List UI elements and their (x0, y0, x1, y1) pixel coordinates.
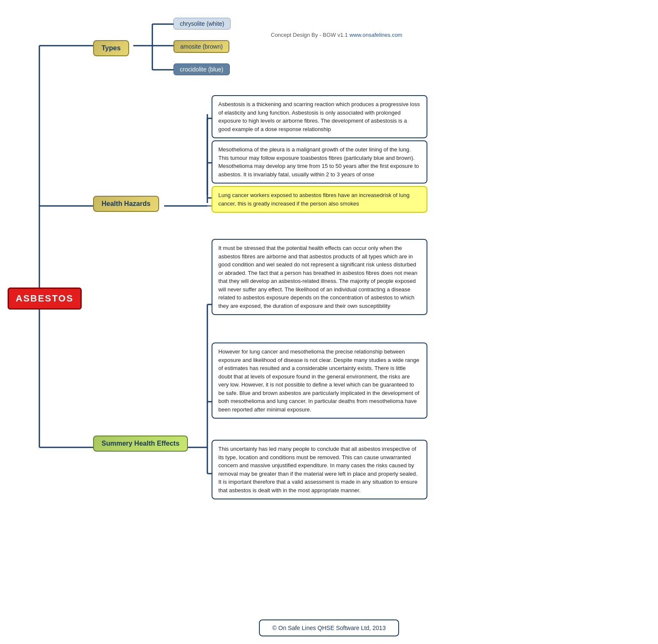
credit-text: Concept Design By - BGW v1.1 www.onsafel… (271, 32, 402, 38)
health-hazard-box-1: Asbestosis is a thickening and scarring … (212, 95, 427, 138)
summery-health-effects-node: Summery Health Effects (93, 436, 188, 452)
health-hazards-node: Health Hazards (93, 196, 159, 212)
summery-effect-box-1: It must be stressed that the potential h… (212, 239, 427, 315)
health-hazard-box-2: Mesothelioma of the pleura is a malignan… (212, 140, 427, 184)
summery-effect-box-2: However for lung cancer and mesothelioma… (212, 343, 427, 419)
types-node: Types (93, 40, 129, 56)
credit-link[interactable]: www.onsafelines.com (350, 32, 402, 38)
asbestos-central-node: ASBESTOS (8, 288, 82, 310)
svg-line-11 (164, 114, 207, 206)
main-container: Concept Design By - BGW v1.1 www.onsafel… (0, 0, 658, 644)
type-amosite: amosite (brown) (173, 40, 229, 53)
type-crocidolite: crocidolite (blue) (173, 63, 230, 75)
footer: © On Safe Lines QHSE Software Ltd, 2013 (259, 619, 399, 636)
type-chrysolite: chrysolite (white) (173, 18, 231, 30)
health-hazard-box-3: Lung cancer workers exposed to asbestos … (212, 186, 427, 213)
summery-effect-box-3: This uncertainty has led many people to … (212, 440, 427, 499)
